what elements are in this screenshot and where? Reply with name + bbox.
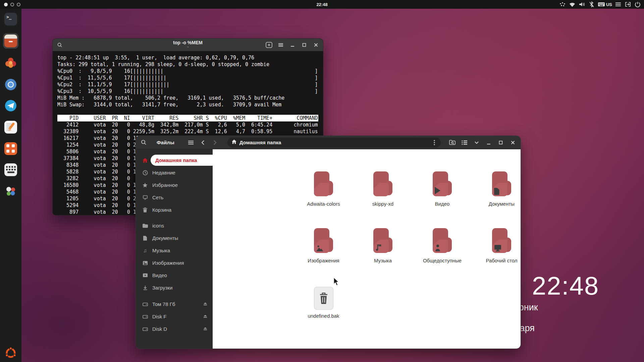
home-icon (142, 158, 148, 163)
play-emblem-icon (435, 187, 442, 195)
eject-button[interactable] (203, 314, 208, 319)
folder-item-desktop[interactable]: Рабочий стол (472, 227, 521, 284)
process-row: 32389 vota 20 0 2259,5m 325,2m 222,4m S … (57, 128, 318, 135)
dock-graphics-app-icon[interactable] (3, 55, 18, 70)
folder-item-adwaita-colors[interactable]: Adwaita-colors (294, 171, 353, 227)
sidebar-item-starred[interactable]: Избранное (136, 179, 213, 191)
dock-text-editor-icon[interactable] (3, 119, 18, 135)
desktop: 22:48 вторник 27 января top -o %MEM ~ (0, 0, 644, 362)
sidebar-item-downloads[interactable]: Загрузки (136, 281, 213, 294)
maximize-button[interactable] (301, 41, 308, 49)
dock-telegram-icon[interactable] (3, 98, 18, 113)
close-button[interactable] (508, 138, 517, 147)
folder-pictures-icon (313, 227, 334, 254)
panel-clock[interactable]: 22:48 (0, 2, 644, 7)
maximize-button[interactable] (496, 138, 505, 147)
search-icon[interactable] (139, 138, 148, 147)
panel-menu-icon[interactable] (614, 1, 622, 8)
back-button[interactable] (199, 138, 207, 147)
dock-keyboard-app-icon[interactable] (3, 162, 18, 177)
forward-button[interactable] (211, 138, 219, 147)
search-in-folder-icon[interactable] (448, 138, 457, 147)
folder-item-music[interactable]: Музыка (353, 227, 413, 284)
menu-icon[interactable] (277, 41, 284, 49)
network-icon (142, 195, 148, 200)
volume-icon[interactable] (578, 1, 586, 8)
minimize-button[interactable] (484, 138, 493, 147)
logout-icon[interactable] (624, 1, 632, 8)
dock-terminal-icon[interactable]: >_ (3, 11, 18, 27)
sidebar-item-trash[interactable]: Корзина (136, 204, 213, 216)
files-content-area[interactable]: Adwaita-colors skippy-xd Видео (213, 149, 521, 349)
folder-item-public[interactable]: Общедоступные (413, 227, 472, 284)
keyboard-layout-label[interactable]: US (606, 2, 612, 7)
minimize-button[interactable] (289, 41, 296, 49)
folder-videos-icon (432, 171, 453, 198)
drive-icon (142, 327, 148, 331)
photo-emblem-icon (316, 244, 323, 252)
sidebar-item-icons-folder[interactable]: icons (136, 219, 213, 232)
music-emblem-icon (375, 244, 383, 252)
image-icon (142, 261, 148, 265)
file-item-undefined-bak[interactable]: undefined.bak (294, 284, 353, 341)
top-cpu1-line: %Cpu1 : 11,5/5,6 17[||||||||||| ] (57, 74, 318, 81)
list-view-icon[interactable] (460, 138, 469, 147)
sharing-dots-icon[interactable] (559, 1, 566, 8)
files-sidebar: Домашняя папка Недавние Избранное (136, 149, 213, 349)
dock-file-manager-icon[interactable] (3, 33, 18, 49)
search-icon[interactable] (56, 41, 63, 49)
dock-calculator-icon[interactable] (3, 141, 18, 156)
sidebar-item-documents[interactable]: Документы (136, 232, 213, 244)
folder-music-icon (372, 227, 394, 254)
files-titlebar[interactable]: Файлы Домашняя папка (136, 136, 521, 149)
sidebar-item-pictures[interactable]: Изображения (136, 257, 213, 269)
trash-icon (142, 207, 148, 213)
folder-item-videos[interactable]: Видео (413, 171, 472, 227)
download-icon (142, 285, 148, 291)
process-row: 2412 vota 20 0 48,8g 342,8m 217,0m S 2,6… (57, 121, 318, 128)
path-bar[interactable]: Домашняя папка (227, 138, 441, 148)
keyboard-layout-icon[interactable] (598, 1, 605, 8)
sidebar-item-music[interactable]: ♫ Музыка (136, 244, 213, 257)
eject-button[interactable] (203, 301, 208, 307)
terminal-titlebar[interactable]: top -o %MEM ~ (53, 39, 323, 51)
backup-file-icon (314, 287, 333, 310)
ubuntu-logo-icon[interactable] (4, 347, 17, 359)
close-button[interactable] (312, 41, 320, 49)
music-note-icon: ♫ (142, 248, 148, 253)
top-cpu0-line: %Cpu0 : 9,8/5,9 16[|||||||||| ] (57, 68, 318, 74)
sidebar-item-disk-f[interactable]: Disk F (136, 310, 213, 323)
kebab-menu-icon[interactable] (430, 138, 439, 147)
folder-icon (142, 223, 148, 228)
location-label: Домашняя папка (239, 140, 430, 145)
top-tasks-line: Tasks: 299 total, 1 running, 298 sleep, … (57, 61, 318, 68)
folder-item-skippy-xd[interactable]: skippy-xd (353, 171, 413, 227)
dock: >_ (0, 9, 21, 362)
sidebar-item-home[interactable]: Домашняя папка (136, 154, 213, 166)
eject-button[interactable] (203, 326, 208, 332)
hamburger-menu-icon[interactable] (186, 138, 195, 147)
star-icon (142, 183, 148, 188)
desktop-clock-time: 22:48 (532, 271, 599, 300)
sidebar-item-recent[interactable]: Недавние (136, 166, 213, 179)
mouse-cursor (333, 277, 341, 288)
top-summary-line: top - 22:48:51 up 3:55, 1 user, load ave… (57, 54, 318, 61)
top-cpu2-line: %Cpu2 : 11,1/5,9 17[|||||||||||| ] (57, 81, 318, 88)
system-tray[interactable]: US (559, 0, 641, 9)
new-tab-button[interactable] (265, 41, 273, 49)
wifi-icon[interactable] (569, 1, 576, 8)
view-options-chevron-icon[interactable] (472, 138, 481, 147)
sidebar-item-volume-78gb[interactable]: Том 78 Гб (136, 298, 213, 310)
sidebar-item-videos[interactable]: Видео (136, 269, 213, 281)
folder-item-documents[interactable]: Документы (472, 171, 521, 227)
bluetooth-disabled-icon[interactable] (588, 1, 595, 8)
active-item-pill: Домашняя папка (151, 155, 213, 166)
files-window: Файлы Домашняя папка (136, 136, 521, 349)
folder-desktop-icon (491, 227, 513, 254)
sidebar-item-disk-d[interactable]: Disk D (136, 323, 213, 335)
sidebar-item-network[interactable]: Сеть (136, 191, 213, 204)
dock-extensions-icon[interactable] (3, 184, 18, 199)
power-icon[interactable] (634, 1, 641, 8)
folder-item-pictures[interactable]: Изображения (294, 227, 353, 284)
dock-chromium-icon[interactable] (3, 77, 18, 92)
